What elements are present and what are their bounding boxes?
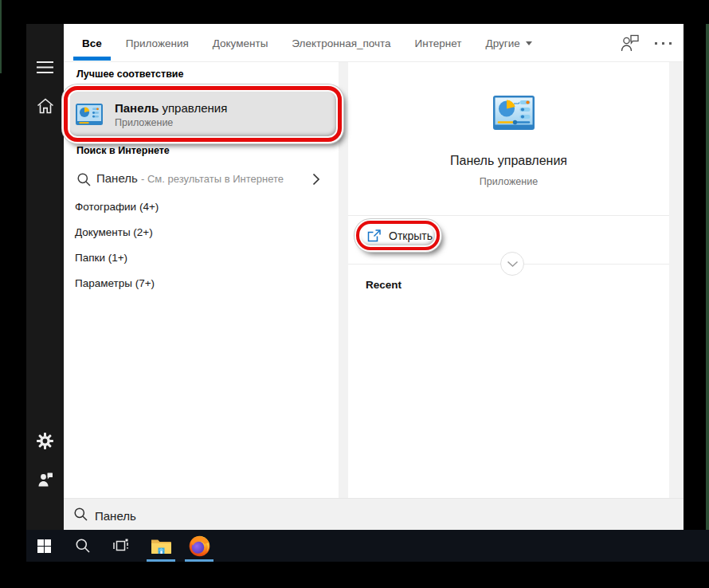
web-search-suggestion[interactable]: Панель - См. результаты в Интернете: [64, 166, 339, 193]
preview-panel-area: Панель управления Приложение Открыть: [348, 62, 684, 498]
web-search-header: Поиск в Интернете: [76, 145, 170, 156]
tab-all[interactable]: Все: [73, 24, 111, 62]
panel-divider: [339, 62, 348, 498]
start-button[interactable]: [26, 530, 61, 562]
suggestion-hint: - См. результаты в Интернете: [141, 173, 284, 185]
result-type: Приложение: [115, 117, 227, 128]
tab-label: Другие: [485, 37, 519, 49]
hamburger-icon: [37, 61, 53, 74]
search-input[interactable]: [95, 499, 652, 532]
search-icon: [75, 538, 91, 554]
category-label: Параметры (7+): [75, 277, 155, 289]
suggestion-text: Панель - См. результаты в Интернете: [96, 171, 284, 185]
best-match-text: Панель управления Приложение: [115, 101, 227, 128]
feedback-button[interactable]: [620, 33, 640, 53]
more-options-button[interactable]: [653, 35, 680, 51]
desktop-edge-right: [706, 24, 709, 532]
category-documents[interactable]: Документы (2+): [64, 219, 339, 245]
desktop-edge-left: [0, 0, 2, 73]
tab-email[interactable]: Электронная_почта: [283, 24, 399, 62]
result-title: Панель управления: [115, 101, 227, 115]
ellipsis-icon: [669, 42, 672, 45]
settings-button[interactable]: [26, 425, 64, 457]
control-panel-icon-large: [493, 96, 535, 130]
open-external-icon: [367, 229, 381, 242]
divider: [348, 215, 669, 216]
recent-section-header: Recent: [366, 279, 402, 291]
file-explorer-icon: [151, 538, 171, 555]
task-view-icon: [112, 539, 129, 553]
best-match-header: Лучшее соответствие: [76, 69, 183, 80]
user-account-button[interactable]: [26, 464, 64, 496]
task-view-button[interactable]: [103, 530, 138, 562]
tab-label: Документы: [213, 37, 268, 49]
open-button[interactable]: Открыть: [367, 225, 433, 247]
search-bar: [64, 498, 684, 531]
results-body: Лучшее соответствие: [64, 62, 684, 498]
windows-logo-icon: [37, 539, 51, 553]
tab-label: Приложения: [126, 37, 189, 49]
windows-search-screen: Все Приложения Документы Электронная_поч…: [0, 0, 709, 588]
chevron-down-icon: [507, 261, 519, 268]
control-panel-icon: [76, 104, 103, 125]
flyout-content: Все Приложения Документы Электронная_поч…: [64, 24, 684, 531]
tab-apps[interactable]: Приложения: [117, 24, 198, 62]
search-filter-header: Все Приложения Документы Электронная_поч…: [64, 24, 684, 62]
tab-label: Электронная_почта: [292, 37, 390, 49]
suggestion-query: Панель: [96, 171, 138, 185]
firefox-running-indicator: [185, 559, 213, 562]
category-settings[interactable]: Параметры (7+): [64, 270, 339, 296]
chevron-down-icon: [526, 41, 532, 45]
result-title-match: Панель: [115, 101, 159, 115]
results-list-panel: Лучшее соответствие: [64, 62, 339, 498]
search-icon: [76, 172, 92, 187]
preview-app-type: Приложение: [348, 176, 669, 187]
taskbar: [26, 530, 709, 562]
category-label: Папки (1+): [75, 252, 127, 264]
taskbar-search-button[interactable]: [65, 530, 100, 562]
ellipsis-icon: [655, 42, 657, 45]
result-title-rest: управления: [159, 101, 227, 115]
search-icon: [73, 507, 88, 522]
search-flyout: Все Приложения Документы Электронная_поч…: [26, 24, 684, 531]
file-explorer-button[interactable]: [143, 530, 178, 562]
tab-label: Интернет: [415, 37, 462, 49]
category-label: Документы (2+): [75, 226, 153, 238]
user-icon: [37, 472, 53, 488]
category-label: Фотографии (4+): [75, 201, 159, 213]
tab-label: Все: [82, 37, 102, 49]
best-match-result-control-panel[interactable]: Панель управления Приложение: [70, 89, 339, 139]
preview-card: Панель управления Приложение Открыть: [348, 62, 669, 498]
home-icon: [37, 98, 54, 114]
home-button[interactable]: [26, 90, 64, 122]
preview-app-name: Панель управления: [348, 154, 669, 168]
explorer-running-indicator: [147, 559, 175, 562]
tab-documents[interactable]: Документы: [204, 24, 277, 62]
user-feedback-icon: [620, 33, 640, 53]
category-folders[interactable]: Папки (1+): [64, 245, 339, 270]
tab-web[interactable]: Интернет: [406, 24, 471, 62]
hamburger-menu-button[interactable]: [26, 51, 64, 83]
firefox-button[interactable]: [182, 530, 217, 562]
open-button-label: Открыть: [389, 229, 433, 242]
category-photos[interactable]: Фотографии (4+): [64, 194, 339, 219]
filter-tabs: Все Приложения Документы Электронная_поч…: [73, 24, 547, 62]
expand-preview-button[interactable]: [500, 252, 524, 276]
tab-more[interactable]: Другие: [476, 24, 540, 62]
firefox-icon: [189, 535, 210, 557]
chevron-right-icon: [312, 173, 320, 186]
gear-icon: [37, 433, 53, 449]
ellipsis-icon: [662, 42, 664, 45]
left-rail: [26, 24, 64, 531]
